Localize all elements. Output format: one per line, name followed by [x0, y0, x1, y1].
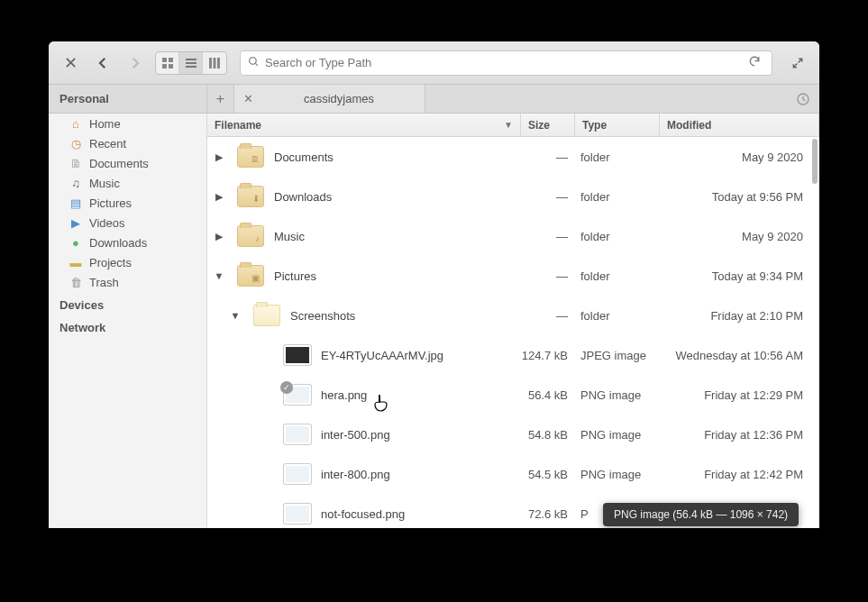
file-name: Music	[274, 230, 305, 243]
svg-rect-8	[214, 58, 216, 68]
sidebar-item-documents[interactable]: 🗎Documents	[49, 153, 206, 173]
file-type: JPEG image	[575, 349, 660, 362]
file-size: 54.8 kB	[521, 428, 575, 442]
file-list[interactable]: ▶🗎Documents—folderMay 9 2020▶⬇Downloads—…	[207, 137, 819, 528]
disclosure-icon[interactable]: ▼	[227, 310, 243, 321]
file-size: 124.7 kB	[521, 349, 575, 362]
folder-icon: ▣	[237, 265, 264, 287]
maximize-button[interactable]	[785, 57, 810, 69]
file-name: not-focused.png	[321, 507, 405, 521]
tab-cassidyjames[interactable]: ✕ cassidyjames	[234, 85, 425, 113]
column-modified[interactable]: Modified	[660, 114, 819, 136]
file-size: —	[521, 269, 575, 283]
disclosure-icon[interactable]: ▶	[211, 151, 227, 163]
tab-label: cassidyjames	[262, 92, 416, 105]
column-size[interactable]: Size	[521, 114, 575, 136]
column-filename[interactable]: Filename▼	[207, 114, 521, 136]
file-row[interactable]: ▶🗎Documents—folderMay 9 2020	[207, 137, 819, 177]
history-button[interactable]	[787, 85, 819, 113]
file-modified: Friday at 12:36 PM	[660, 428, 819, 442]
pictures-icon: ▤	[69, 196, 83, 210]
file-row[interactable]: ✓hera.png56.4 kBPNG imageFriday at 12:29…	[207, 375, 819, 415]
folder-open-icon	[253, 305, 280, 326]
svg-rect-2	[162, 64, 167, 68]
file-type: PNG image	[575, 428, 660, 442]
view-mode-group	[155, 51, 227, 75]
file-type: folder	[575, 190, 660, 204]
grid-view-button[interactable]	[156, 52, 179, 74]
sidebar-item-pictures[interactable]: ▤Pictures	[49, 193, 206, 213]
file-type: PNG image	[575, 388, 660, 402]
file-type: PNG image	[575, 468, 660, 481]
folder-icon: ♪	[237, 225, 264, 247]
file-modified: May 9 2020	[660, 150, 819, 164]
file-row[interactable]: ▼Screenshots—folderFriday at 2:10 PM	[207, 296, 819, 335]
file-type: folder	[575, 150, 660, 164]
tab-bar: Personal + ✕ cassidyjames	[49, 85, 819, 114]
list-view-button[interactable]	[179, 52, 203, 74]
file-size: 56.4 kB	[521, 388, 575, 402]
svg-rect-1	[169, 58, 173, 62]
downloads-icon: ●	[69, 235, 83, 250]
file-row[interactable]: inter-800.png54.5 kBPNG imageFriday at 1…	[207, 454, 819, 494]
search-icon	[248, 56, 260, 70]
column-view-button[interactable]	[203, 52, 226, 74]
sidebar-header-network: Network	[49, 315, 206, 337]
sidebar-item-recent[interactable]: ◷Recent	[49, 133, 206, 153]
tab-close-button[interactable]: ✕	[243, 92, 253, 105]
file-modified: Friday at 12:42 PM	[660, 468, 819, 481]
file-row[interactable]: ▶♪Music—folderMay 9 2020	[207, 216, 819, 256]
new-tab-button[interactable]: +	[207, 85, 234, 113]
close-button[interactable]: ✕	[58, 50, 83, 76]
file-size: —	[521, 150, 575, 164]
trash-icon: 🗑	[69, 275, 83, 289]
sidebar: ⌂Home ◷Recent 🗎Documents ♫Music ▤Picture…	[49, 114, 207, 528]
sidebar-item-projects[interactable]: ▬Projects	[49, 252, 206, 272]
file-modified: May 9 2020	[660, 230, 819, 243]
svg-rect-7	[209, 58, 212, 68]
reload-icon[interactable]	[745, 55, 764, 70]
svg-point-10	[250, 57, 257, 64]
videos-icon: ▶	[69, 215, 83, 230]
file-row[interactable]: inter-500.png54.8 kBPNG imageFriday at 1…	[207, 415, 819, 454]
file-row[interactable]: EY-4RTyUcAAArMV.jpg124.7 kBJPEG imageWed…	[207, 335, 819, 375]
file-size: —	[521, 190, 575, 204]
sidebar-item-music[interactable]: ♫Music	[49, 173, 206, 193]
file-name: hera.png	[321, 388, 367, 402]
disclosure-icon[interactable]: ▶	[211, 231, 227, 242]
sidebar-item-trash[interactable]: 🗑Trash	[49, 272, 206, 292]
music-icon: ♫	[69, 176, 83, 190]
scrollbar-thumb[interactable]	[812, 139, 818, 184]
home-icon: ⌂	[69, 116, 83, 131]
disclosure-icon[interactable]: ▶	[211, 191, 227, 203]
image-thumbnail-icon	[284, 504, 311, 524]
folder-icon: ⬇	[237, 186, 264, 207]
sidebar-item-downloads[interactable]: ●Downloads	[49, 233, 206, 252]
file-size: 72.6 kB	[521, 507, 575, 521]
column-type[interactable]: Type	[575, 114, 660, 136]
toolbar: ✕	[49, 41, 819, 85]
file-modified: Friday at 12:29 PM	[660, 388, 819, 402]
search-input[interactable]	[265, 56, 739, 69]
search-bar[interactable]	[240, 50, 772, 76]
sidebar-item-home[interactable]: ⌂Home	[49, 114, 206, 133]
file-modified: Friday at 2:10 PM	[660, 309, 819, 323]
forward-button[interactable]	[123, 50, 148, 76]
file-type: folder	[575, 230, 660, 243]
column-header: Filename▼ Size Type Modified	[207, 114, 819, 137]
disclosure-icon[interactable]: ▼	[211, 270, 227, 281]
file-row[interactable]: ▼▣Pictures—folderToday at 9:34 PM	[207, 256, 819, 296]
file-size: 54.5 kB	[521, 468, 575, 481]
image-thumbnail-icon	[284, 424, 311, 444]
svg-rect-9	[217, 58, 220, 68]
sidebar-header-personal: Personal	[49, 85, 207, 113]
svg-rect-0	[162, 58, 167, 62]
file-name: Downloads	[274, 190, 332, 204]
file-name: EY-4RTyUcAAArMV.jpg	[321, 349, 443, 362]
sidebar-item-videos[interactable]: ▶Videos	[49, 213, 206, 233]
file-row[interactable]: ▶⬇Downloads—folderToday at 9:56 PM	[207, 177, 819, 216]
check-icon: ✓	[280, 381, 293, 394]
scrollbar[interactable]	[810, 137, 819, 528]
back-button[interactable]	[90, 50, 115, 76]
main-panel: Filename▼ Size Type Modified ▶🗎Documents…	[207, 114, 819, 528]
